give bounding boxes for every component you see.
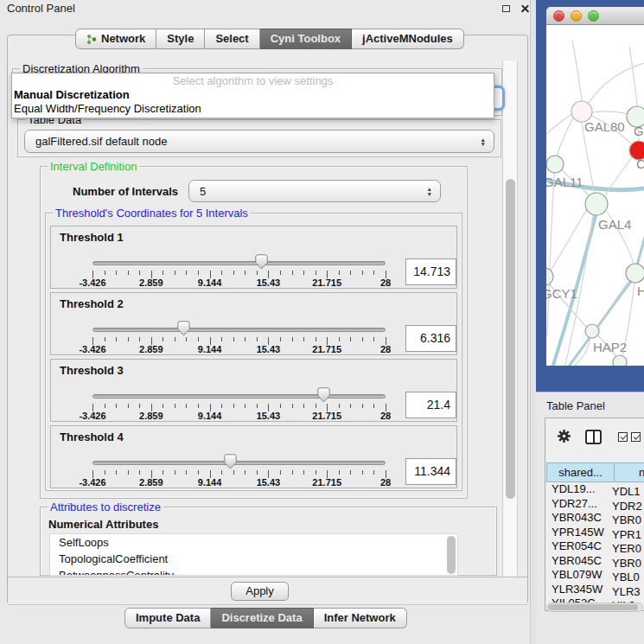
float-window-icon[interactable] (502, 5, 510, 12)
network-node-h[interactable] (626, 264, 644, 283)
slider-thumb[interactable] (317, 387, 330, 403)
table-horizontal-scrollbar[interactable] (546, 603, 643, 612)
threshold-value-field[interactable]: 14.713 (405, 258, 456, 285)
attribute-item-topologicalcoefficient[interactable]: TopologicalCoefficient (50, 551, 457, 567)
threshold-value-field[interactable]: 21.4 (405, 392, 456, 418)
table-row[interactable]: YER054CYER0 (546, 539, 644, 554)
slider-track[interactable] (92, 394, 386, 399)
tick-label: -3.426 (67, 477, 118, 488)
threshold-value-field[interactable]: 6.316 (405, 325, 456, 352)
attribute-item-selfloops[interactable]: SelfLoops (50, 534, 457, 551)
network-edge[interactable] (629, 47, 637, 106)
network-edge[interactable] (572, 41, 582, 101)
dropdown-option-manual-discretization[interactable]: Manual Discretization (12, 88, 494, 102)
checkbox-checked-icon[interactable] (618, 432, 628, 442)
slider-tick (339, 271, 340, 275)
close-icon[interactable] (520, 3, 530, 13)
checkbox-checked-icon[interactable] (631, 432, 641, 442)
apply-button[interactable]: Apply (231, 582, 289, 601)
number-of-intervals-value: 5 (200, 185, 206, 198)
numerical-attributes-list[interactable]: SelfLoopsTopologicalCoefficientBetweenne… (49, 533, 458, 576)
network-node-label: H (637, 284, 644, 298)
slider-tick (221, 404, 222, 408)
slider-thumb[interactable] (177, 321, 190, 336)
table-row[interactable]: YLR345WYLR3 (546, 583, 644, 597)
panel-scrollbar-thumb[interactable] (506, 179, 515, 499)
list-scrollbar[interactable] (447, 536, 456, 574)
network-edge[interactable] (636, 226, 644, 270)
tab-infer-network[interactable]: Infer Network (314, 608, 407, 628)
slider-tick (139, 470, 140, 475)
slider-tick (362, 404, 363, 408)
tab-jactivemnodules[interactable]: jActiveMNodules (352, 29, 464, 49)
slider-tick (233, 337, 234, 341)
network-edge[interactable] (597, 280, 629, 326)
network-window-titlebar[interactable] (546, 7, 644, 25)
column-selector-icon[interactable] (585, 430, 602, 444)
slider-tick (303, 404, 304, 408)
slider-tick (116, 470, 117, 475)
slider-tick (128, 404, 129, 408)
table-row[interactable]: YIL052CYIL0 (546, 596, 644, 603)
slider-tick (280, 404, 281, 408)
tab-cyni-toolbox[interactable]: Cyni Toolbox (260, 29, 352, 49)
table-row[interactable]: YDR27...YDR2 (546, 497, 644, 512)
threshold-value-field[interactable]: 11.344 (405, 458, 456, 485)
network-node-gcy1[interactable] (546, 268, 553, 285)
tick-label: 9.144 (184, 477, 236, 488)
table-column-header-1[interactable]: shared... (546, 462, 615, 482)
table-row[interactable]: YBL079WYBL0 (546, 568, 644, 583)
tick-label: 15.43 (242, 477, 294, 488)
network-node-label: GAL4 (598, 217, 631, 232)
tab-discretize-data[interactable]: Discretize Data (211, 608, 313, 628)
table-cell: YDR27... (546, 497, 611, 510)
slider-tick (139, 271, 140, 275)
slider-track[interactable] (92, 328, 386, 332)
slider-thumb[interactable] (224, 454, 237, 469)
attribute-item-betweennesscentrality[interactable]: BetweennessCentrality (50, 567, 457, 576)
table-cell: YBL0 (611, 571, 640, 583)
slider-tick (175, 470, 175, 475)
slider-tick (292, 271, 293, 275)
group-title: Interval Definition (48, 160, 139, 173)
network-node-hap2[interactable] (585, 324, 599, 338)
close-traffic-light-icon[interactable] (553, 10, 564, 22)
tab-style[interactable]: Style (156, 29, 205, 49)
slider-tick (245, 470, 245, 475)
minimize-traffic-light-icon[interactable] (571, 10, 582, 22)
tick-label: -3.426 (67, 344, 118, 354)
table-row[interactable]: YBR043CYBR0 (546, 511, 644, 526)
gear-icon[interactable] (557, 429, 571, 443)
number-of-intervals-combobox[interactable]: 5 ▲▼ (188, 180, 441, 202)
dropdown-option-equal-width-frequency-discretization[interactable]: Equal Width/Frequency Discretization (12, 102, 494, 116)
network-edge[interactable] (547, 173, 554, 336)
network-edge[interactable] (592, 112, 628, 114)
slider-tick (257, 337, 258, 341)
zoom-traffic-light-icon[interactable] (588, 10, 599, 22)
slider-track[interactable] (92, 261, 386, 265)
table-row[interactable]: YPR145WYPR1 (546, 526, 644, 540)
network-node[interactable] (613, 355, 627, 366)
control-panel-titlebar[interactable]: Control Panel (0, 0, 531, 16)
table-row[interactable]: YBR045CYBR0 (546, 554, 644, 569)
network-view-canvas[interactable]: GAL80GCGAL11GAL4GCY1HHAP2 (546, 25, 644, 366)
network-node-gal11[interactable] (546, 156, 564, 173)
tick-label: 2.859 (125, 277, 177, 288)
scrollbar-thumb[interactable] (548, 604, 638, 610)
network-node-label: HAP2 (593, 340, 627, 354)
table-panel-title: Table Panel (546, 399, 605, 412)
table-cell: YER054C (546, 539, 611, 552)
network-node-label: GAL11 (546, 175, 583, 189)
slider-thumb[interactable] (255, 254, 268, 270)
network-node-gal4[interactable] (585, 193, 608, 215)
tab-impute-data[interactable]: Impute Data (124, 608, 211, 628)
panel-scrollbar-track[interactable] (502, 61, 518, 577)
table-cell: YDL19... (546, 482, 611, 495)
table-data-combobox[interactable]: galFiltered.sif default node ▲▼ (24, 130, 494, 153)
tab-network[interactable]: Network (75, 29, 156, 49)
table-row[interactable]: YDL19...YDL1 (546, 482, 644, 497)
slider-track[interactable] (92, 461, 386, 465)
table-column-header-2[interactable]: n (615, 462, 644, 482)
slider-tick (362, 271, 363, 275)
tab-select[interactable]: Select (205, 29, 259, 49)
